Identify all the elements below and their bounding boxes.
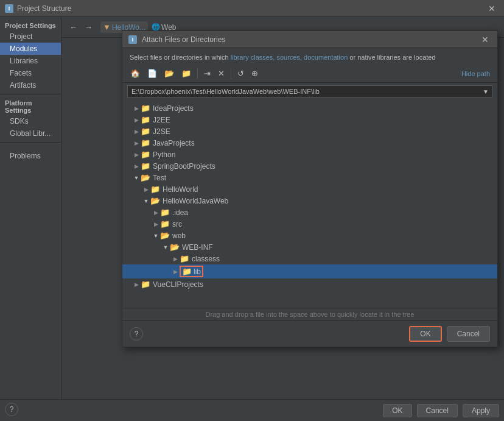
platform-settings-label: Platform Settings	[0, 97, 61, 115]
project-settings-label: Project Settings	[0, 19, 61, 30]
folder-icon-helloworld: 📁	[150, 185, 160, 194]
file-tree[interactable]: ▶ 📁 IdeaProjects ▶ 📁 J2EE ▶ 📁 J2SE	[122, 100, 497, 308]
window-close-button[interactable]: ✕	[485, 2, 499, 15]
tree-item-javaprojects[interactable]: ▶ 📁 JavaProjects	[122, 137, 497, 149]
tree-label-idea: .idea	[172, 208, 188, 217]
folder-icon-lib: 📁	[182, 267, 192, 276]
title-bar: I Project Structure ✕	[0, 0, 504, 17]
dialog-cancel-button[interactable]: Cancel	[447, 326, 490, 342]
bg-help-button[interactable]: ?	[5, 403, 18, 416]
dialog-footer: ? OK Cancel	[122, 320, 497, 347]
tree-arrow-test: ▼	[132, 175, 141, 181]
tree-item-python[interactable]: ▶ 📁 Python	[122, 149, 497, 160]
tree-label-webinf: WEB-INF	[182, 243, 213, 252]
tree-item-j2ee[interactable]: ▶ 📁 J2EE	[122, 114, 497, 126]
tree-arrow-web: ▼	[152, 233, 160, 239]
expand-button[interactable]: ⇥	[201, 67, 214, 80]
window-title: Project Structure	[17, 4, 71, 13]
folder-icon-webinf: 📂	[170, 242, 180, 252]
sidebar-item-facets[interactable]: Facets	[0, 67, 61, 79]
dialog-title: Attach Files or Directories	[142, 35, 225, 44]
bookmark-button[interactable]: ⊕	[248, 67, 261, 80]
folder-icon-vuecli: 📁	[141, 280, 150, 289]
tree-item-src[interactable]: ▶ 📁 src	[122, 218, 497, 230]
dialog-toolbar: 🏠 📄 📂 📁 ⇥ ✕ ↺ ⊕ Hide path	[122, 65, 497, 83]
tree-item-helloworldjavaweb[interactable]: ▼ 📂 HelloWorldJavaWeb	[122, 195, 497, 207]
tree-label-j2ee: J2EE	[153, 116, 170, 124]
bg-cancel-button[interactable]: Cancel	[417, 404, 458, 417]
tree-label-python: Python	[153, 150, 175, 159]
dialog-title-bar: I Attach Files or Directories ✕	[122, 31, 497, 48]
sidebar-item-modules[interactable]: Modules	[0, 43, 61, 55]
tree-label-ideaprojects: IdeaProjects	[153, 104, 194, 113]
tree-arrow-idea: ▶	[152, 210, 160, 216]
tree-item-j2se[interactable]: ▶ 📁 J2SE	[122, 126, 497, 137]
toolbar-separator	[197, 68, 198, 79]
folder-icon-test: 📂	[141, 173, 150, 182]
tree-item-web[interactable]: ▼ 📂 web	[122, 230, 497, 241]
tree-item-ideaprojects[interactable]: ▶ 📁 IdeaProjects	[122, 102, 497, 114]
new-file-button[interactable]: 📄	[144, 67, 160, 80]
sidebar-divider-2	[0, 142, 61, 143]
dialog-close-button[interactable]: ✕	[479, 34, 491, 46]
tree-arrow-classess: ▶	[171, 256, 180, 262]
delete-button[interactable]: ✕	[215, 67, 228, 80]
folder-icon-j2se: 📁	[141, 127, 150, 136]
folder-icon-ideaprojects: 📁	[141, 104, 150, 113]
back-button[interactable]: ←	[66, 21, 80, 34]
tree-arrow-helloworld: ▶	[142, 186, 150, 193]
folder-icon-j2ee: 📁	[141, 115, 150, 124]
tree-arrow-springboot: ▶	[132, 163, 141, 169]
tree-label-springboot: SpringBootProjects	[153, 162, 215, 171]
tree-item-helloworld[interactable]: ▶ 📁 HelloWorld	[122, 183, 497, 195]
folder-icon-python: 📁	[141, 150, 150, 159]
tree-label-src: src	[172, 220, 182, 228]
description-highlight: library classes, sources, documentation	[231, 54, 348, 61]
bg-bottom-bar: OK Cancel Apply	[0, 399, 504, 421]
tree-arrow-j2se: ▶	[132, 129, 141, 135]
new-folder-button[interactable]: 📁	[178, 67, 194, 80]
app-icon: I	[5, 4, 13, 13]
hide-path-button[interactable]: Hide path	[459, 69, 492, 79]
drag-hint: Drag and drop a file into the space abov…	[122, 308, 497, 320]
sidebar-item-project[interactable]: Project	[0, 30, 61, 43]
tree-item-springboot[interactable]: ▶ 📁 SpringBootProjects	[122, 160, 497, 172]
tree-label-vuecli: VueCLIProjects	[153, 280, 203, 289]
path-input[interactable]	[128, 86, 480, 97]
refresh-button[interactable]: ↺	[234, 67, 247, 80]
folder-icon-helloworldjavaweb: 📂	[150, 196, 160, 205]
tree-arrow-javaprojects: ▶	[132, 140, 141, 146]
folder-icon-web: 📂	[160, 231, 170, 240]
tree-item-idea[interactable]: ▶ 📁 .idea	[122, 207, 497, 218]
sidebar-item-global-libs[interactable]: Global Libr...	[0, 127, 61, 140]
nav-buttons: ← →	[66, 21, 96, 34]
sidebar-divider	[0, 94, 61, 94]
sidebar-item-artifacts[interactable]: Artifacts	[0, 79, 61, 91]
attach-files-dialog: I Attach Files or Directories ✕ Select f…	[122, 30, 498, 347]
bg-apply-button[interactable]: Apply	[463, 404, 499, 417]
folder-icon-classess: 📁	[180, 254, 189, 263]
tree-item-test[interactable]: ▼ 📂 Test	[122, 172, 497, 183]
bg-ok-button[interactable]: OK	[383, 404, 411, 417]
tree-item-webinf[interactable]: ▼ 📂 WEB-INF	[122, 241, 497, 253]
dialog-help-button[interactable]: ?	[130, 327, 143, 341]
sidebar: Project Settings Project Modules Librari…	[0, 17, 61, 421]
forward-button[interactable]: →	[82, 21, 96, 34]
dialog-ok-button[interactable]: OK	[409, 326, 441, 342]
folder-icon: ▼	[103, 23, 111, 32]
tree-item-vuecli[interactable]: ▶ 📁 VueCLIProjects	[122, 278, 497, 290]
folder-icon-javaprojects: 📁	[141, 138, 150, 147]
sidebar-item-libraries[interactable]: Libraries	[0, 55, 61, 67]
open-folder-button[interactable]: 📂	[161, 67, 177, 80]
path-bar: ▼	[127, 85, 492, 97]
sidebar-item-sdks[interactable]: SDKs	[0, 115, 61, 127]
sidebar-item-problems[interactable]: Problems	[0, 150, 61, 162]
tree-arrow-src: ▶	[152, 221, 160, 227]
toolbar-separator-2	[231, 68, 231, 79]
dialog-description: Select files or directories in which lib…	[122, 48, 497, 65]
home-button[interactable]: 🏠	[127, 67, 143, 80]
tree-label-web: web	[172, 232, 186, 240]
tree-item-lib[interactable]: ▶ 📁 lib	[122, 264, 497, 278]
path-dropdown-button[interactable]: ▼	[480, 87, 492, 96]
tree-item-classess[interactable]: ▶ 📁 classess	[122, 253, 497, 264]
